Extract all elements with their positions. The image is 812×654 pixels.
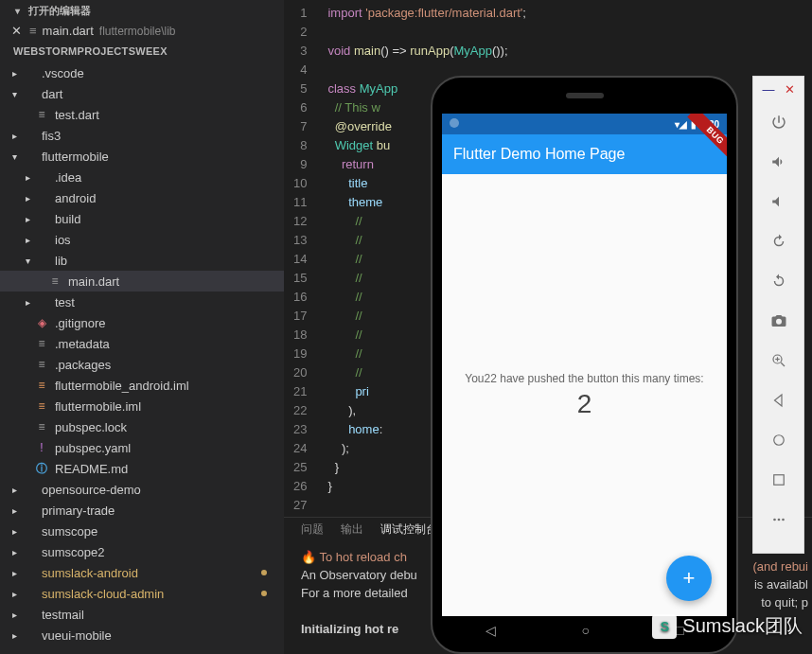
rotate-left-button[interactable] [753, 221, 803, 261]
tree-label: sumscope [42, 524, 97, 539]
tree-item[interactable]: ▸.idea [0, 167, 284, 187]
chevron-icon: ▸ [8, 526, 21, 537]
tree-item[interactable]: ▸test [0, 292, 284, 312]
tree-item[interactable]: ▸≡.metadata [0, 333, 284, 354]
phone-screen[interactable]: ▾◢ ▮ 3:30 Flutter Demo Home Page BUG You… [442, 114, 727, 616]
close-icon[interactable]: ✕ [11, 24, 22, 38]
tree-item[interactable]: ▸testmail [0, 604, 284, 625]
dart-icon: ≡ [47, 274, 62, 288]
tree-item[interactable]: ▸primary-trade [0, 500, 284, 521]
chevron-icon: ▾ [21, 256, 34, 266]
tree-item[interactable]: ▸build [0, 208, 284, 229]
tree-item[interactable]: ▸ⓘREADME.md [0, 458, 284, 479]
chevron-icon: ▾ [8, 89, 21, 99]
tree-item[interactable]: ▸sumscope2 [0, 541, 284, 562]
camera-button[interactable] [753, 301, 803, 341]
tree-item[interactable]: ▾fluttermobile [0, 146, 284, 167]
xml-icon: ≡ [34, 399, 49, 413]
chevron-icon: ▸ [8, 131, 21, 141]
watermark-logo-icon: S [652, 614, 677, 639]
volume-up-button[interactable] [753, 142, 803, 182]
chevron-down-icon: ▾ [15, 6, 25, 16]
chevron-icon: ▸ [8, 589, 21, 599]
android-emulator: ▾◢ ▮ 3:30 Flutter Demo Home Page BUG You… [431, 76, 738, 654]
tree-item[interactable]: ▸.vscode [0, 62, 284, 83]
tree-item[interactable]: ▸≡.packages [0, 354, 284, 375]
tree-label: opensource-demo [42, 483, 141, 497]
info-icon: ⓘ [34, 461, 49, 477]
tree-item[interactable]: ▸≡main.dart [0, 271, 284, 292]
zoom-button[interactable] [753, 341, 803, 380]
workspace-header[interactable]: WEBSTORMPROJECTSWEEX [0, 40, 284, 62]
tree-label: test [55, 295, 75, 309]
power-button[interactable] [753, 102, 803, 142]
modified-dot-icon [261, 570, 267, 575]
tree-item[interactable]: ▸◈.gitignore [0, 312, 284, 333]
tree-item[interactable]: ▸≡fluttermobile.iml [0, 396, 284, 416]
tree-item[interactable]: ▸≡fluttermobile_android.iml [0, 375, 284, 396]
wifi-icon: ▾◢ [675, 119, 687, 130]
android-status-bar: ▾◢ ▮ 3:30 [442, 114, 727, 134]
volume-down-button[interactable] [753, 182, 803, 221]
tree-label: android [55, 191, 96, 205]
tree-item[interactable]: ▸sumslack-cloud-admin [0, 583, 284, 604]
svg-point-8 [782, 519, 785, 521]
fab-add-button[interactable]: + [666, 556, 712, 601]
watermark: S Sumslack团队 [652, 613, 803, 639]
tree-item[interactable]: ▾dart [0, 83, 284, 104]
nav-home-icon[interactable]: ○ [582, 623, 590, 638]
tree-label: pubspec.yaml [55, 441, 131, 455]
tree-item[interactable]: ▸≡pubspec.lock [0, 416, 284, 437]
tree-item[interactable]: ▸≡test.dart [0, 104, 284, 125]
tree-label: build [55, 212, 80, 226]
modified-dot-icon [261, 591, 267, 596]
open-editors-label: 打开的编辑器 [28, 4, 91, 18]
open-file-path: fluttermobile\lib [99, 25, 176, 38]
svg-rect-5 [773, 475, 784, 486]
emulator-toolbar: — ✕ [752, 76, 804, 554]
line-gutter: 1234567891011121314151617181920212223242… [284, 0, 320, 517]
chevron-icon: ▸ [8, 485, 21, 495]
open-file-item[interactable]: ✕ ≡ main.dart fluttermobile\lib [0, 22, 284, 40]
tree-item[interactable]: ▸sumslack-android [0, 562, 284, 583]
output-tab[interactable]: 输出 [341, 521, 363, 538]
tree-label: lib [55, 254, 67, 268]
tree-item[interactable]: ▸fis3 [0, 125, 284, 146]
tree-label: testmail [42, 608, 84, 622]
rotate-right-button[interactable] [753, 261, 803, 301]
sidebar: ▾ 打开的编辑器 ✕ ≡ main.dart fluttermobile\lib… [0, 0, 284, 654]
body-message: You22 have pushed the button this many t… [465, 372, 703, 385]
chevron-icon: ▾ [8, 151, 21, 162]
overview-button[interactable] [753, 460, 803, 500]
tree-item[interactable]: ▾lib [0, 250, 284, 271]
tree-label: .packages [55, 358, 111, 372]
debug-console-tab[interactable]: 调试控制台 [380, 521, 437, 538]
svg-point-7 [777, 519, 780, 521]
app-bar: Flutter Demo Home Page BUG [442, 134, 727, 174]
open-editors-header[interactable]: ▾ 打开的编辑器 [0, 0, 284, 22]
chevron-icon: ▸ [21, 193, 34, 203]
more-button[interactable] [753, 500, 803, 539]
close-icon[interactable]: ✕ [785, 82, 795, 97]
svg-point-4 [773, 435, 784, 446]
open-file-name: main.dart [43, 24, 94, 38]
tree-label: .metadata [55, 337, 110, 351]
tree-item[interactable]: ▸android [0, 187, 284, 208]
back-button[interactable] [753, 380, 803, 420]
chevron-icon: ▸ [21, 214, 34, 224]
file-icon: ≡ [34, 337, 49, 350]
tree-label: dart [42, 87, 62, 101]
tree-item[interactable]: ▸ios [0, 229, 284, 250]
svg-line-1 [781, 362, 785, 366]
tree-item[interactable]: ▸vueui-mobile [0, 625, 284, 645]
tree-item[interactable]: ▸opensource-demo [0, 479, 284, 500]
chevron-icon: ▸ [21, 297, 34, 308]
problems-tab[interactable]: 问题 [301, 521, 324, 538]
tree-item[interactable]: ▸!pubspec.yaml [0, 437, 284, 458]
nav-back-icon[interactable]: ◁ [485, 623, 496, 638]
tree-label: test.dart [55, 108, 99, 122]
tree-item[interactable]: ▸sumscope [0, 521, 284, 541]
home-button[interactable] [753, 420, 803, 460]
watermark-text: Sumslack团队 [682, 613, 803, 639]
minimize-icon[interactable]: — [763, 82, 775, 97]
